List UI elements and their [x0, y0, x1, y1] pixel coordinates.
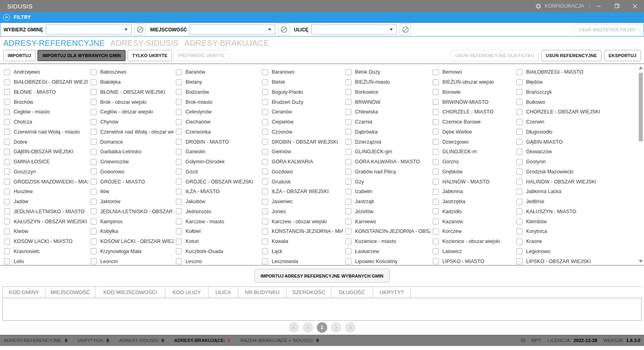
gmina-list-item[interactable]: Kadzidło	[433, 207, 516, 217]
gmina-checkbox[interactable]	[433, 149, 439, 155]
gmina-list-item[interactable]: Jastrząb	[345, 197, 433, 207]
gmina-checkbox[interactable]	[4, 69, 10, 75]
gmina-label[interactable]: Kołbiel	[186, 229, 201, 234]
gmina-list-item[interactable]: KONSTANCIN-JEZIORNA - MIAST	[262, 226, 345, 237]
gmina-checkbox[interactable]	[433, 79, 439, 85]
gmina-list-item[interactable]: Iłów	[91, 187, 176, 197]
close-button[interactable]	[626, 0, 644, 12]
gmina-label[interactable]: Cegłów - miasto	[14, 109, 50, 115]
gmina-label[interactable]: Ciechanów	[186, 119, 211, 125]
gmina-label[interactable]: LIPSKO - MIASTO	[442, 259, 484, 264]
gmina-checkbox[interactable]	[516, 99, 522, 105]
gmina-label[interactable]: Dobre	[14, 139, 27, 145]
gmina-label[interactable]: DROBIN - MIASTO	[186, 139, 229, 145]
gmina-label[interactable]: Bemowo	[442, 69, 462, 75]
gmina-list-item[interactable]: HALINÓW - MIASTO	[433, 177, 516, 187]
gmina-label[interactable]: Brańszczyk	[526, 89, 552, 95]
gmina-label[interactable]: Kampinos	[100, 219, 123, 224]
gmina-label[interactable]: Bulkowo	[526, 99, 545, 105]
gmina-checkbox[interactable]	[433, 139, 439, 145]
gmina-list-item[interactable]: Bodzanów	[176, 87, 262, 97]
gmina-checkbox[interactable]	[516, 79, 522, 85]
gmina-list-item[interactable]: Jakubów	[176, 197, 262, 207]
gmina-checkbox[interactable]	[262, 89, 268, 95]
gmina-list-item[interactable]: Brok-miasto	[176, 97, 262, 107]
gmina-label[interactable]: Baranowo	[272, 69, 294, 75]
gmina-label[interactable]: Gzy	[355, 179, 364, 185]
gmina-checkbox[interactable]	[262, 189, 268, 195]
gmina-label[interactable]: Jabłonna	[442, 189, 463, 194]
gmina-checkbox[interactable]	[345, 248, 351, 254]
gmina-label[interactable]: Borkowice	[355, 89, 378, 95]
gmina-list-item[interactable]: BRWINÓW-MIASTO	[433, 97, 516, 107]
gmina-list-item[interactable]: Gozdowo	[262, 167, 345, 177]
gmina-label[interactable]: GRODZISK MAZOWIECKI - MIAST	[14, 179, 88, 185]
gmina-list-item[interactable]: Czosnów	[262, 127, 345, 137]
gmina-checkbox[interactable]	[4, 119, 10, 125]
column-header-nr-budynku[interactable]: NR BUDYNKU	[238, 287, 287, 298]
gmina-list-item[interactable]: HALINÓW - OBSZAR WIEJSKI	[516, 177, 638, 187]
importuj-dla-wybranych-gmin-button[interactable]: IMPORTUJ DLA WYBRANYCH GMIN	[37, 50, 126, 61]
gmina-label[interactable]: Grębków	[442, 169, 462, 175]
importuj-button[interactable]: IMPORTUJ	[3, 50, 35, 61]
clear-miejscowosc-filter-button[interactable]	[278, 24, 289, 35]
gmina-list-item[interactable]: Czerwińsk nad Wisłą - obszar wię	[91, 127, 176, 137]
gmina-list-item[interactable]: Borkowice	[345, 87, 433, 97]
gmina-label[interactable]: BRWINÓW	[355, 99, 380, 105]
gmina-checkbox[interactable]	[433, 159, 439, 165]
clear-ulica-filter-button[interactable]	[400, 24, 411, 35]
gmina-label[interactable]: Bodzanów	[186, 89, 209, 95]
gmina-label[interactable]: Łąck	[272, 249, 282, 254]
scrollbar-thumb[interactable]	[639, 73, 643, 141]
gmina-checkbox[interactable]	[262, 248, 268, 254]
gmina-label[interactable]: Korczew	[442, 229, 462, 234]
gmina-checkbox[interactable]	[516, 179, 522, 185]
gmina-label[interactable]: Karczew - miasto	[186, 219, 224, 224]
gmina-label[interactable]: Gielniów	[272, 149, 291, 154]
gmina-list-item[interactable]: Lesznowola	[262, 256, 345, 266]
gmina-checkbox[interactable]	[345, 229, 351, 235]
gmina-list-item[interactable]: Grodzisk Mazowiecki	[516, 167, 638, 177]
gmina-checkbox[interactable]	[345, 208, 351, 214]
gmina-list-item[interactable]: Chotcza	[4, 117, 91, 127]
gmina-checkbox[interactable]	[433, 258, 439, 264]
gmina-label[interactable]: Jakubów	[186, 199, 205, 204]
gmina-checkbox[interactable]	[176, 189, 182, 195]
gmina-label[interactable]: HALINÓW - OBSZAR WIEJSKI	[526, 179, 596, 185]
gmina-label[interactable]: Grodzisk Mazowiecki	[526, 169, 573, 175]
gmina-list-item[interactable]: LIPSKO - OBSZAR WIEJSKI	[516, 256, 638, 266]
gmina-label[interactable]: Leszno	[186, 259, 202, 264]
gmina-label[interactable]: Huszlew	[14, 189, 33, 194]
gmina-list-item[interactable]: Jabłonna	[433, 187, 516, 197]
gmina-list-item[interactable]: Długosiodło	[516, 127, 638, 137]
gmina-list-item[interactable]: Grębków	[433, 167, 516, 177]
gmina-checkbox[interactable]	[433, 208, 439, 214]
usun-referencyjne-dla-filtru-button[interactable]: USUŃ REFERENCYJNE DLA FILTRU	[451, 50, 539, 61]
gmina-list-item[interactable]: Czerwińsk nad Wisłą - miasto	[4, 127, 91, 137]
gmina-checkbox[interactable]	[176, 149, 182, 155]
gmina-checkbox[interactable]	[176, 109, 182, 115]
gmina-list-item[interactable]: Gostynin	[516, 157, 638, 167]
gmina-label[interactable]: Czerwin	[526, 119, 544, 125]
gmina-list-item[interactable]: GÓRA KALWARIA - MIASTO	[345, 157, 433, 167]
gmina-list-item[interactable]: Kobyłka	[91, 226, 176, 237]
gmina-list-item[interactable]: Lelis	[4, 256, 91, 266]
gmina-list-item[interactable]: Grudusk	[262, 177, 345, 187]
gmina-label[interactable]: Czosnów	[272, 129, 292, 135]
gmina-checkbox[interactable]	[4, 248, 10, 254]
gmina-label[interactable]: Bielany	[186, 79, 202, 85]
gmina-checkbox[interactable]	[4, 218, 10, 224]
gmina-label[interactable]: BIAŁOBRZEGI - MIASTO	[526, 69, 583, 75]
gmina-list-item[interactable]: KOSÓW LACKI - OBSZAR WIEJSKI	[91, 237, 176, 247]
gmina-checkbox[interactable]	[262, 109, 268, 115]
gmina-list-item[interactable]: Jasieniec	[262, 197, 345, 207]
gmina-label[interactable]: Lelis	[14, 259, 24, 264]
gmina-list-item[interactable]: Czerwonka	[176, 127, 262, 137]
gmina-checkbox[interactable]	[4, 159, 10, 165]
gmina-checkbox[interactable]	[262, 119, 268, 125]
gmina-label[interactable]: BIEŻUŃ-obszar wiejski	[442, 79, 494, 85]
gmina-checkbox[interactable]	[262, 179, 268, 185]
tab-adresy-referencyjne[interactable]: ADRESY-REFERENCYJNE	[3, 39, 105, 48]
gmina-list-item[interactable]: Dzierzgowo	[433, 137, 516, 147]
ulica-combobox[interactable]	[311, 25, 397, 35]
